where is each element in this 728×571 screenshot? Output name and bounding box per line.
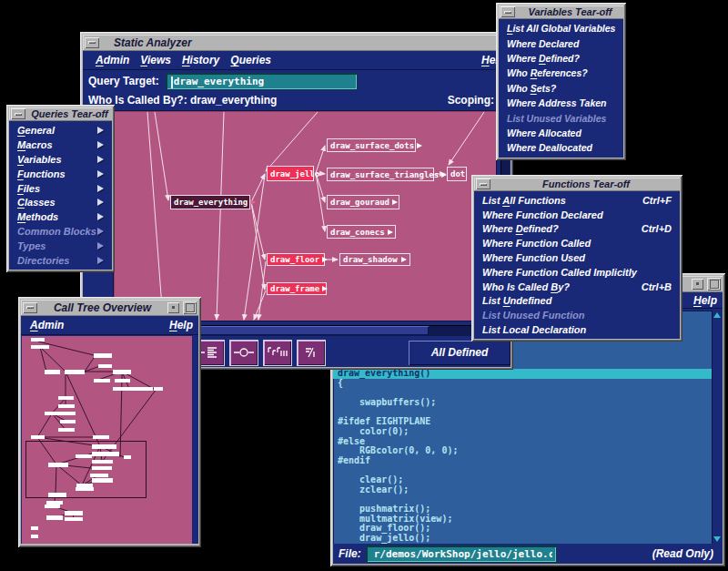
menu-item-where-address-taken[interactable]: Where Address Taken (499, 96, 623, 110)
menu-item-where-declared[interactable]: Where Declared (499, 36, 623, 50)
variables-tearoff-titlebar[interactable]: Variables Tear-off (499, 5, 623, 19)
menu-item-methods[interactable]: Methods (9, 209, 112, 224)
graph-node-draw-floor[interactable]: draw_floor (267, 253, 325, 266)
overview-list-icon (200, 344, 220, 361)
tree-node-block (60, 420, 76, 423)
shortcut-label: Ctrl+F (630, 195, 672, 206)
chart-icon (303, 345, 319, 360)
graph-node-draw-everything[interactable]: draw_everything (170, 195, 250, 209)
menu-item-list-undefined[interactable]: List Undefined (474, 294, 680, 309)
maximize-button[interactable] (707, 278, 721, 291)
menu-item-files[interactable]: Files (9, 181, 112, 196)
window-menu-button[interactable] (85, 37, 99, 48)
submenu-arrow-icon (97, 228, 104, 235)
menu-item-where-defined[interactable]: Where Defined?Ctrl+D (474, 222, 680, 237)
menu-item-common-blocks: Common Blocks (9, 224, 112, 239)
variables-tearoff-title: Variables Tear-off (519, 6, 622, 17)
query-target-input[interactable] (167, 74, 357, 89)
call-tree-overview-titlebar[interactable]: Call Tree Overview (21, 300, 198, 316)
graph-node-draw-gouraud[interactable]: draw_gouraud (327, 195, 399, 209)
menu-item-macros[interactable]: Macros (9, 138, 112, 152)
call-graph-canvas[interactable]: draw_everythingdraw_jellodraw_surface_do… (113, 110, 497, 321)
menu-item-where-defined[interactable]: Where Defined? (499, 51, 623, 66)
tree-node-block (45, 412, 60, 415)
menu-item-history[interactable]: History (182, 54, 219, 66)
menu-item-list-all-functions[interactable]: List All FunctionsCtrl+F (474, 193, 680, 208)
tree-node-block (113, 387, 129, 391)
menu-item-who-sets[interactable]: Who Sets? (499, 81, 623, 96)
menu-item-where-deallocated[interactable]: Where Deallocated (499, 140, 623, 155)
tree-node-block (31, 345, 49, 349)
functions-tearoff-title: Functions Tear-off (494, 178, 678, 189)
queries-tearoff-titlebar[interactable]: Queries Tear-off (9, 107, 112, 121)
code-line: draw_jello(); (338, 534, 712, 544)
window-menu-button[interactable] (476, 178, 490, 189)
menu-item-variables[interactable]: Variables (9, 152, 112, 167)
graph-node-draw-frame[interactable]: draw_frame (267, 282, 327, 295)
menu-item-where-function-used[interactable]: Where Function Used (474, 250, 680, 265)
tree-node-block (113, 370, 131, 374)
node-link-button[interactable] (230, 341, 258, 365)
scroll-down-icon[interactable] (713, 536, 721, 542)
scrollbar-thumb[interactable] (198, 326, 429, 335)
file-path-field[interactable] (367, 546, 556, 562)
tree-node-block (92, 466, 112, 470)
menu-item-queries[interactable]: Queries (230, 54, 271, 66)
call-stack-button[interactable] (264, 341, 291, 365)
flag-icon (401, 257, 407, 262)
code-vertical-scrollbar[interactable] (712, 311, 723, 544)
maximize-button[interactable] (183, 301, 197, 314)
window-menu-button[interactable] (500, 6, 515, 17)
graph-node-draw-surface-dots[interactable]: draw_surface_dots (327, 138, 416, 152)
submenu-arrow-icon (97, 127, 104, 134)
tree-node-block (90, 474, 108, 477)
menu-item-where-function-called[interactable]: Where Function Called (474, 236, 680, 250)
queries-tearoff-window: Queries Tear-off GeneralMacrosVariablesF… (6, 105, 115, 272)
menu-item-where-function-declared[interactable]: Where Function Declared (474, 208, 680, 222)
menu-item-where-function-called-implicitly[interactable]: Where Function Called Implicitly (474, 265, 680, 280)
menu-item-admin[interactable]: Admin (30, 319, 64, 331)
menu-item-functions[interactable]: Functions (9, 167, 112, 181)
graph-node-draw-jello[interactable]: draw_jello (267, 166, 314, 181)
chart-button[interactable] (298, 341, 325, 365)
window-menu-button[interactable] (23, 302, 37, 313)
shortcut-label: Ctrl+B (629, 281, 672, 292)
tree-node-block (31, 526, 38, 530)
menu-item-general[interactable]: General (9, 123, 112, 138)
menu-item-list-all-global-variables[interactable]: List All Global Variables (499, 21, 623, 36)
read-only-badge: (Read Only) (652, 547, 713, 560)
menu-item-views[interactable]: Views (140, 54, 171, 66)
tree-node-block (93, 435, 109, 439)
static-analyzer-titlebar[interactable]: Static Analyzer (83, 35, 511, 51)
graph-node-dot[interactable]: dot (447, 167, 467, 181)
functions-tearoff-titlebar[interactable]: Functions Tear-off (474, 178, 680, 191)
maximize-icon (710, 280, 719, 289)
scroll-up-icon[interactable] (713, 312, 721, 318)
menu-item-who-references[interactable]: Who References? (499, 66, 623, 80)
restore-button[interactable] (167, 302, 179, 313)
window-menu-button[interactable] (11, 108, 25, 119)
menu-item-classes[interactable]: Classes (9, 195, 112, 209)
tree-node-block (65, 517, 83, 521)
graph-node-draw-conecs[interactable]: draw_conecs (327, 225, 396, 239)
current-query-label: Who Is Called By?: draw_everything (88, 94, 277, 107)
tree-node-block (94, 379, 110, 382)
menu-item-directories: Directories (9, 253, 112, 268)
code-line: draw_everything() (333, 369, 712, 379)
restore-button[interactable] (692, 279, 703, 290)
menu-help[interactable]: Help (693, 294, 717, 307)
menu-item-where-allocated[interactable]: Where Allocated (499, 126, 623, 140)
graph-node-draw-shadow[interactable]: draw_shadow (339, 253, 410, 266)
tree-node-block (65, 370, 85, 374)
query-status-row: Who Is Called By?: draw_everything Scopi… (83, 92, 511, 110)
tree-overview-canvas[interactable] (22, 336, 192, 544)
menu-item-list-local-declaration[interactable]: List Local Declaration (474, 322, 680, 337)
submenu-arrow-icon (97, 156, 104, 163)
menu-help[interactable]: Help (169, 319, 193, 331)
graph-node-draw-surface-triangles[interactable]: draw_surface_triangles (327, 168, 434, 181)
tree-node-block (154, 387, 163, 391)
menu-item-admin[interactable]: Admin (96, 54, 129, 66)
restore-icon (172, 306, 175, 309)
scope-selector[interactable]: All Defined (409, 341, 511, 365)
menu-item-who-is-called-by[interactable]: Who Is Called By?Ctrl+B (474, 280, 680, 294)
